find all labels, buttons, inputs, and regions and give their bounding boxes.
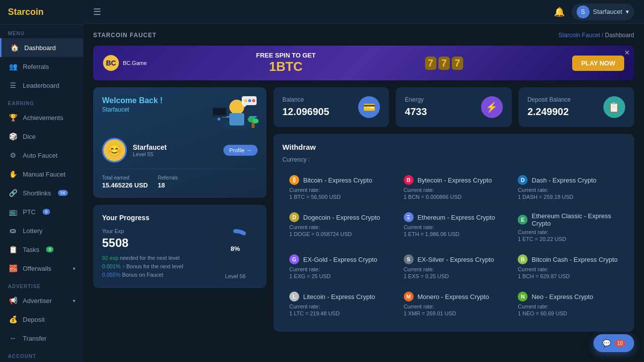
deposit-info: Deposit Balance 2.249902 (528, 96, 571, 118)
account-section-label: ACCOUNT (0, 348, 83, 361)
energy-label: Energy (405, 96, 427, 103)
currency-item-xmr[interactable]: M Monero - Express Crypto Current rate: … (397, 286, 511, 323)
progress-title: Your Progress (102, 214, 258, 222)
currency-name-neo: N Neo - Express Crypto (518, 292, 618, 302)
hint3-pct: 0.055% (102, 272, 120, 278)
currency-rate-label-exg: Current rate: (289, 266, 389, 272)
user-dropdown-arrow: ▾ (626, 8, 629, 15)
profile-button[interactable]: Profile → (223, 145, 258, 156)
sidebar-item-label: Shortlinks (23, 189, 51, 197)
sidebar-item-label: Offerwalls (23, 265, 52, 272)
sidebar-item-shortlinks[interactable]: 🔗 Shortlinks 56 (0, 183, 83, 202)
notification-button[interactable]: 🔔 (554, 6, 565, 17)
topbar-left: ☰ (93, 6, 101, 17)
progress-hint-3: 0.055% Bonus on Faucet (102, 272, 203, 278)
currency-item-dash[interactable]: D Dash - Express Crypto Current rate: 1 … (511, 169, 625, 206)
coin-slot-2: 7 (438, 57, 450, 70)
hint2-text: Bonus for the next level (126, 263, 183, 269)
left-column: Welcome Back ! Starfaucet (93, 87, 267, 332)
energy-info: Energy 4733 (405, 96, 427, 118)
sidebar-item-leaderboard[interactable]: ☰ Leaderboard (0, 76, 83, 95)
logo-text: Starcoin (8, 7, 44, 17)
currency-name-etc: E Ethereum Classic - Express Crypto (518, 212, 618, 227)
sidebar-item-auto-faucet[interactable]: ⚙ Auto Faucet (0, 146, 83, 165)
sidebar-item-transfer[interactable]: ↔ Transfer (0, 329, 83, 348)
total-earned-stat: Total earned 15.465226 USD (102, 175, 148, 189)
sidebar-item-dashboard[interactable]: 🏠 Dashboard (0, 38, 83, 57)
sidebar-item-tasks[interactable]: 📋 Tasks 8 (0, 240, 83, 259)
logo: Starcoin (0, 0, 83, 25)
currency-item-eth[interactable]: Ξ Ethereum - Express Crypto Current rate… (397, 206, 511, 248)
progress-exp-label: Your Exp (102, 228, 203, 234)
profile-info: Starfaucet Level 55 (133, 143, 217, 157)
currency-item-ltc[interactable]: L Litecoin - Express Crypto Current rate… (282, 286, 397, 323)
progress-hints: 92 exp needed for the next level 0.001% … (102, 255, 203, 278)
energy-card: Energy 4733 ⚡ (396, 87, 511, 127)
stats-row: Total earned 15.465226 USD Referrals 18 (102, 169, 258, 189)
banner-headline-block: FREE SPIN TO GET 1BTC (256, 52, 316, 74)
user-menu-button[interactable]: S Starfaucet ▾ (572, 3, 634, 20)
banner-close-button[interactable]: ✕ (624, 49, 630, 57)
main-area: ☰ 🔔 S Starfaucet ▾ STARCOIN FAUCET Starc… (83, 0, 644, 362)
svg-point-7 (217, 118, 220, 121)
svg-point-15 (252, 99, 255, 102)
sidebar-item-referrals[interactable]: 👥 Referrals (0, 57, 83, 76)
currency-item-etc[interactable]: E Ethereum Classic - Express Crypto Curr… (511, 206, 625, 248)
auto-faucet-icon: ⚙ (8, 150, 18, 160)
currency-rate-doge: 1 DOGE = 0.058724 USD (289, 231, 389, 237)
banner-play-button[interactable]: PLAY NOW (572, 56, 624, 71)
page-title: STARCOIN FAUCET (93, 32, 157, 39)
sidebar-item-label: PTC (23, 208, 36, 216)
sidebar-item-manual-faucet[interactable]: ✋ Manual Faucet (0, 165, 83, 183)
sidebar-item-achievements[interactable]: 🏆 Achievements (0, 108, 83, 127)
deposit-icon: 📋 (603, 96, 625, 118)
crypto-icon-etc: E (518, 215, 528, 225)
currency-item-exs[interactable]: S EX-Silver - Express Crypto Current rat… (397, 248, 511, 286)
referrals-stat: Referrals 18 (158, 175, 178, 189)
sidebar-item-ptc[interactable]: 📺 PTC 8 (0, 202, 83, 221)
currency-rate-exg: 1 EXG = 25 USD (289, 273, 389, 279)
progress-hint-1: 92 exp needed for the next level (102, 255, 203, 261)
currency-rate-etc: 1 ETC = 20.22 USD (518, 236, 618, 242)
sidebar-item-lottery[interactable]: 🎟 Lottery (0, 221, 83, 240)
balance-info: Balance 12.096905 (282, 96, 329, 118)
tasks-badge: 8 (46, 246, 54, 252)
hamburger-menu-button[interactable]: ☰ (93, 6, 101, 17)
sidebar-item-offerwalls[interactable]: 🧱 Offerwalls ▾ (0, 259, 83, 278)
sidebar-item-deposit[interactable]: 💰 Deposit (0, 310, 83, 329)
currency-item-doge[interactable]: D Dogecoin - Express Crypto Current rate… (282, 206, 397, 248)
currency-name-btc: ₿ Bitcoin - Express Crypto (289, 175, 389, 185)
chat-button[interactable]: 💬 10 (593, 334, 634, 352)
currency-item-neo[interactable]: N Neo - Express Crypto Current rate: 1 N… (511, 286, 625, 323)
shortlinks-badge: 56 (58, 190, 68, 196)
sidebar: Starcoin MENU 🏠 Dashboard 👥 Referrals ☰ … (0, 0, 83, 362)
currency-rate-bch: 1 BCH = 629.87 USD (518, 273, 618, 279)
currency-item-bcn[interactable]: B Bytecoin - Express Crypto Current rate… (397, 169, 511, 206)
welcome-card: Welcome Back ! Starfaucet (93, 87, 267, 198)
currency-name-ltc: L Litecoin - Express Crypto (289, 292, 389, 302)
svg-point-13 (244, 99, 247, 102)
deposit-icon: 💰 (8, 314, 18, 324)
sidebar-item-label: Dashboard (24, 44, 56, 52)
currency-rate-label-bch: Current rate: (518, 266, 618, 272)
breadcrumb-home[interactable]: Starcoin Faucet (558, 32, 600, 39)
profile-section: 😊 Starfaucet Level 55 Profile → (102, 138, 258, 163)
currency-item-bch[interactable]: B Bitcoin Cash - Express Crypto Current … (511, 248, 625, 286)
sidebar-item-advertiser[interactable]: 📢 Advertiser ▾ (0, 291, 83, 310)
currency-rate-dash: 1 DASH = 259.18 USD (518, 194, 618, 200)
profile-avatar: 😊 (102, 138, 127, 163)
crypto-icon-doge: D (289, 212, 299, 222)
crypto-icon-neo: N (518, 292, 528, 302)
crypto-icon-xmr: M (404, 292, 414, 302)
leaderboard-icon: ☰ (8, 80, 18, 90)
banner: BC BC.Game FREE SPIN TO GET 1BTC 7 7 7 P… (93, 46, 634, 80)
banner-bc-icon: BC (103, 55, 119, 71)
progress-exp-value: 5508 (102, 236, 203, 250)
sidebar-item-dice[interactable]: 🎲 Dice (0, 127, 83, 146)
currency-item-exg[interactable]: G EX-Gold - Express Crypto Current rate:… (282, 248, 397, 286)
crypto-icon-bcn: B (404, 175, 414, 185)
currency-item-btc[interactable]: ₿ Bitcoin - Express Crypto Current rate:… (282, 169, 397, 206)
currency-name-bcn: B Bytecoin - Express Crypto (404, 175, 504, 185)
shortlinks-icon: 🔗 (8, 188, 18, 198)
crypto-icon-exg: G (289, 254, 299, 264)
